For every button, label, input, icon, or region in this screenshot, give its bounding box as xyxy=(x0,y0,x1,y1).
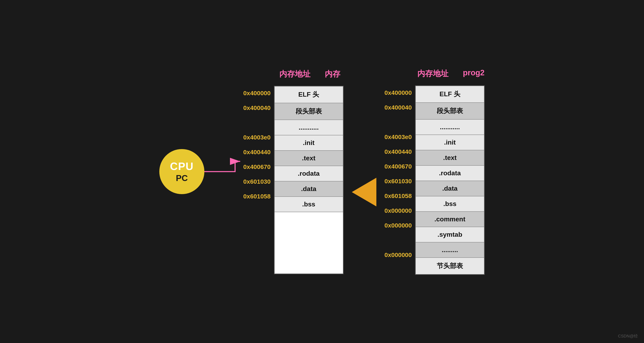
left-table-with-addresses: 0x400000 0x400040 0x4003e0 0x400440 xyxy=(243,86,344,274)
r-addr-0x400000: 0x400000 xyxy=(384,86,412,100)
watermark: CSDN@经 xyxy=(618,334,638,339)
left-memory-table: ELF 头 段头部表 ........... .init .text xyxy=(274,86,344,274)
p2-row-data: .data xyxy=(416,181,484,196)
right-header-address: 内存地址 xyxy=(417,68,448,79)
addr-0x601058: 0x601058 xyxy=(243,189,270,204)
cpu-label: CPU xyxy=(170,160,194,172)
left-header-address: 内存地址 xyxy=(279,69,310,79)
p2-row-pht: 段头部表 xyxy=(416,103,484,120)
p2-row-comment: .comment xyxy=(416,212,484,227)
mem-row-bss: .bss xyxy=(274,197,343,212)
addr-0x400670: 0x400670 xyxy=(243,160,270,174)
addr-0x400000: 0x400000 xyxy=(243,86,270,100)
p2-row-rodata: .rodata xyxy=(416,166,484,181)
r-addr-0x000000-a: 0x000000 xyxy=(384,203,412,218)
mem-row-empty xyxy=(274,212,343,274)
pc-label: PC xyxy=(176,173,188,183)
p2-row-sht: 节头部表 xyxy=(416,258,484,274)
arrow-left-shape xyxy=(352,178,376,206)
right-table-with-addresses: 0x400000 0x400040 0x4003e0 0x400440 0x40… xyxy=(384,86,485,275)
prog2-table: ELF 头 段头部表 ........... .init .text xyxy=(415,86,485,275)
mem-row-pht: 段头部表 xyxy=(274,103,343,120)
p2-row-symtab: .symtab xyxy=(416,227,484,242)
p2-row-dots: ........... xyxy=(416,120,484,135)
main-container: CPU PC 内存地址 内存 xyxy=(0,0,644,343)
r-addr-0x601058: 0x601058 xyxy=(384,188,412,203)
mem-row-text: .text xyxy=(274,151,343,166)
r-addr-0x000000-b: 0x000000 xyxy=(384,218,412,233)
right-prog2-section: 内存地址 prog2 0x400000 0x400040 0x4003e0 xyxy=(384,68,485,275)
mem-row-init: .init xyxy=(274,135,343,151)
p2-row-init: .init xyxy=(416,135,484,150)
right-header-prog2: prog2 xyxy=(463,68,484,79)
addr-0x601030: 0x601030 xyxy=(243,174,270,189)
mem-row-dots: ........... xyxy=(274,120,343,135)
mem-row-rodata: .rodata xyxy=(274,166,343,182)
p2-row-bss: .bss xyxy=(416,196,484,212)
r-addr-0x4003e0: 0x4003e0 xyxy=(384,130,412,144)
right-address-column: 0x400000 0x400040 0x4003e0 0x400440 0x40… xyxy=(384,86,412,262)
cpu-circle: CPU PC xyxy=(159,149,204,194)
cpu-section: CPU PC xyxy=(159,149,243,194)
r-addr-0x601030: 0x601030 xyxy=(384,174,412,188)
left-header-memory: 内存 xyxy=(325,69,340,79)
r-addr-0x400040: 0x400040 xyxy=(384,100,412,115)
r-addr-0x400440: 0x400440 xyxy=(384,144,412,159)
cpu-arrow-svg xyxy=(202,159,243,184)
addr-0x400040: 0x400040 xyxy=(243,100,270,115)
left-memory-section: 内存地址 内存 0x400000 0x400040 xyxy=(243,69,344,274)
r-addr-0x000000-c: 0x000000 xyxy=(384,248,412,262)
left-address-column: 0x400000 0x400040 0x4003e0 0x400440 xyxy=(243,86,270,204)
overall-layout: CPU PC 内存地址 内存 xyxy=(159,68,485,275)
p2-row-text: .text xyxy=(416,150,484,166)
big-arrow xyxy=(352,137,376,206)
addr-0x4003e0: 0x4003e0 xyxy=(243,130,270,145)
mem-row-data: .data xyxy=(274,182,343,197)
p2-row-dots2: ......... xyxy=(416,242,484,258)
addr-0x400440: 0x400440 xyxy=(243,145,270,160)
mem-row-elf: ELF 头 xyxy=(274,86,343,103)
p2-row-elf: ELF 头 xyxy=(416,86,484,103)
r-addr-0x400670: 0x400670 xyxy=(384,159,412,174)
